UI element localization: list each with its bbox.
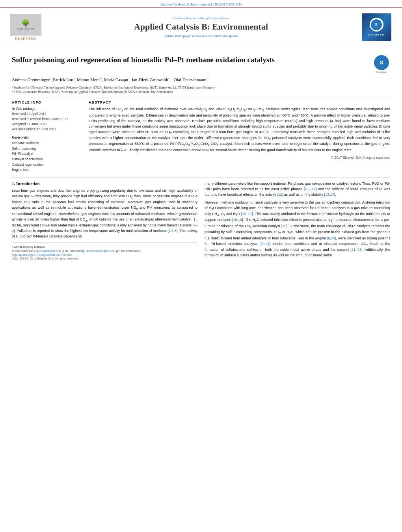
- keyword-3: Pd–Pt catalyst: [12, 151, 81, 157]
- keywords-section: Keywords: Methane oxidation Sulfur poiso…: [12, 135, 81, 173]
- crossmark-logo: ✕ CrossMark: [372, 55, 390, 73]
- abstract-text: The influence of SO2 on the total oxidat…: [89, 107, 390, 153]
- keywords-label: Keywords:: [12, 135, 81, 139]
- keyword-1: Methane oxidation: [12, 141, 81, 146]
- journal-center: Contents lists available at ScienceDirec…: [43, 16, 359, 37]
- catalysis-label-text: CATALYSIS: [368, 33, 385, 36]
- keyword-2: Sulfur poisoning: [12, 146, 81, 152]
- abstract-heading: ABSTRACT: [89, 100, 390, 104]
- crossmark-circle[interactable]: ✕: [374, 55, 389, 70]
- email-1[interactable]: grunwaldt@kit.edu: [36, 249, 61, 253]
- intro-paragraph-2: many different parameters like the suppo…: [205, 181, 390, 198]
- footnote-email: E-mail addresses: grunwaldt@kit.edu (J.-…: [12, 249, 197, 253]
- contents-available: Contents lists available at ScienceDirec…: [43, 16, 359, 20]
- journal-header: 🌳 REED ELSEVIER ELSEVIER Contents lists …: [0, 7, 402, 46]
- doi-link[interactable]: http://dx.doi.org/10.1016/j.apcatb.2017.…: [12, 253, 197, 257]
- keyword-4: Catalyst deactivation: [12, 157, 81, 162]
- intro-paragraph-3: However, methane oxidation on such catal…: [205, 200, 390, 258]
- article-title-section: Sulfur poisoning and regeneration of bim…: [12, 55, 390, 73]
- journal-title: Applied Catalysis B: Environmental: [43, 22, 359, 32]
- catalysis-logo: B CATALYSIS: [359, 13, 394, 41]
- abstract-column: ABSTRACT The influence of SO2 on the tot…: [89, 100, 390, 173]
- article-info-column: ARTICLE INFO Article history: Received 1…: [12, 100, 81, 173]
- homepage-link[interactable]: www.elsevier.com/locate/apcatb: [192, 34, 238, 38]
- email-2[interactable]: deutschmann@kit.edu: [86, 249, 115, 253]
- affiliations: ᵃ Institute for Chemical Technology and …: [12, 85, 390, 95]
- top-bar: Applied Catalysis B: Environmental 218 (…: [0, 0, 402, 7]
- article-title: Sulfur poisoning and regeneration of bim…: [12, 55, 368, 65]
- history-label: Article history:: [12, 107, 81, 111]
- footer-section: * Corresponding authors. E-mail addresse…: [12, 243, 197, 261]
- article-body: 1. Introduction Lean burn gas engines an…: [12, 178, 390, 261]
- received-date: Received 12 April 2017: [12, 111, 81, 117]
- elsevier-logo-box: 🌳 REED ELSEVIER: [10, 14, 41, 35]
- intro-paragraph-1: Lean burn gas engines and dual fuel engi…: [12, 188, 197, 239]
- available-date: Available online 27 June 2017: [12, 127, 81, 132]
- body-right-column: many different parameters like the suppo…: [205, 181, 390, 261]
- journal-homepage: journal homepage: www.elsevier.com/locat…: [43, 34, 359, 38]
- issn-line: 0926-3373/© 2017 Elsevier B.V. All right…: [12, 257, 197, 260]
- introduction-heading: 1. Introduction: [12, 181, 197, 186]
- accepted-date: Accepted 17 June 2017: [12, 122, 81, 127]
- catalysis-circle: B: [370, 18, 383, 32]
- keyword-6: Engine test: [12, 167, 81, 173]
- elsevier-text: ELSEVIER: [15, 37, 36, 41]
- article-history: Article history: Received 12 April 2017 …: [12, 107, 81, 132]
- copyright-line: © 2017 Elsevier B.V. All rights reserved…: [89, 156, 390, 159]
- affiliation-a: ᵃ Institute for Chemical Technology and …: [12, 85, 390, 90]
- catalysis-inner: B: [371, 19, 382, 30]
- authors: Andreas Gremmingera, Patrick Lotta, Menn…: [12, 76, 390, 83]
- body-left-column: 1. Introduction Lean burn gas engines an…: [12, 181, 197, 261]
- footnote-corresponding: * Corresponding authors.: [12, 245, 197, 249]
- article-info-abstract: ARTICLE INFO Article history: Received 1…: [12, 100, 390, 173]
- sciencedirect-link[interactable]: ScienceDirect: [210, 16, 229, 20]
- journal-reference: Applied Catalysis B: Environmental 218 (…: [160, 2, 242, 6]
- divider-1: [12, 98, 390, 98]
- received-revised-date: Received in revised form 5 June 2017: [12, 117, 81, 122]
- article-info-heading: ARTICLE INFO: [12, 100, 81, 104]
- keyword-5: Catalyst regeneration: [12, 162, 81, 168]
- crossmark-text: CrossMark: [376, 71, 387, 73]
- affiliation-b: ᵇ HAN Automotive Research, HAN Universit…: [12, 90, 390, 95]
- catalysis-logo-box: B CATALYSIS: [362, 13, 391, 41]
- elsevier-tree-icon: 🌳: [21, 20, 30, 27]
- main-content: Sulfur poisoning and regeneration of bim…: [0, 46, 402, 265]
- elsevier-logo: 🌳 REED ELSEVIER ELSEVIER: [8, 11, 43, 43]
- page-wrapper: Applied Catalysis B: Environmental 218 (…: [0, 0, 402, 532]
